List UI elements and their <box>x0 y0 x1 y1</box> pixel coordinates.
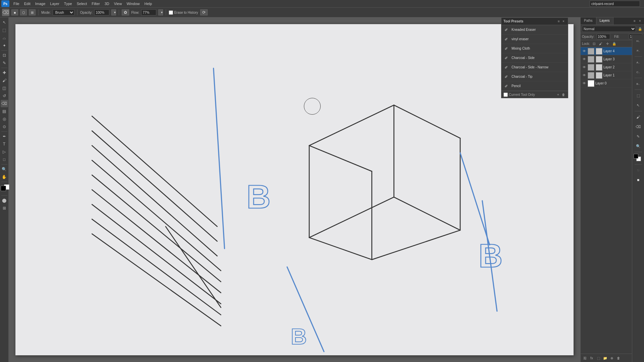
delete-layer-btn[interactable]: 🗑 <box>615 355 622 361</box>
flow-arrow[interactable]: ▼ <box>158 9 163 15</box>
preset-item-charcoal-side[interactable]: ✏ Charcoal - Side <box>501 53 568 63</box>
select-tool-right[interactable]: ⬚ <box>634 91 643 100</box>
brush-extra-btn[interactable]: ⟳ <box>200 9 208 15</box>
flow-input[interactable]: 77% <box>141 9 156 15</box>
preset-item-pencil[interactable]: ✏ Pencil <box>501 81 568 91</box>
layer-visibility-eye[interactable]: 👁 <box>582 65 587 70</box>
lasso-tool[interactable]: ⌓ <box>1 34 8 42</box>
panel-menu-btn[interactable]: ≡ <box>632 18 637 24</box>
color-panel-btn[interactable]: C.. <box>634 67 643 77</box>
path-tool[interactable]: ▷ <box>1 148 8 156</box>
delete-preset-btn[interactable]: 🗑 <box>561 92 566 97</box>
record-input[interactable]: ctrlpaint-record <box>590 1 640 7</box>
erase-to-history-checkbox[interactable] <box>169 10 173 15</box>
menu-edit[interactable]: Edit <box>22 1 33 6</box>
histogram-panel-btn[interactable]: H.. <box>634 36 643 46</box>
clone-tool[interactable]: ◫ <box>1 84 8 92</box>
heal-tool[interactable]: ✚ <box>1 69 8 76</box>
canvas[interactable]: B <box>15 24 574 355</box>
menu-layer[interactable]: Layer <box>48 1 61 6</box>
menu-window[interactable]: Window <box>124 1 142 6</box>
new-preset-btn[interactable]: + <box>556 92 560 97</box>
hand-tool[interactable]: ✋ <box>1 173 8 181</box>
brush-tool-right[interactable]: 🖌 <box>634 112 643 122</box>
layer-mask-thumbnail <box>596 64 602 71</box>
svg-line-10 <box>213 68 224 249</box>
eraser-tool-right[interactable]: ⌫ <box>634 122 643 131</box>
brush-size-btn[interactable]: ■ <box>11 9 18 15</box>
tab-paths[interactable]: Paths <box>581 17 596 24</box>
brush-toggle-btn[interactable]: ⊞ <box>29 9 36 15</box>
menu-filter[interactable]: Filter <box>90 1 102 6</box>
layer-visibility-eye[interactable]: 👁 <box>582 49 587 54</box>
lock-btn[interactable]: 🔒 <box>637 26 643 32</box>
mode-select[interactable]: Brush Pencil Block <box>53 9 74 15</box>
eyedropper-right[interactable]: ✎ <box>634 132 643 141</box>
erase-to-history-label[interactable]: Erase to History <box>169 10 198 15</box>
menu-3d[interactable]: 3D <box>103 1 111 6</box>
tab-layers[interactable]: Layers <box>596 17 613 24</box>
menu-view[interactable]: View <box>112 1 124 6</box>
menu-select[interactable]: Select <box>75 1 89 6</box>
blend-mode-select[interactable]: Normal <box>582 26 636 32</box>
new-group-btn[interactable]: 📁 <box>602 355 608 361</box>
foreground-color-btn[interactable]: ◾ <box>634 166 643 175</box>
eraser-tool[interactable]: ⌫ <box>1 100 8 107</box>
tool-presets-close-btn[interactable]: × <box>561 19 566 24</box>
brush-tool[interactable]: 🖌 <box>1 77 8 84</box>
svg-text:B: B <box>247 178 270 215</box>
preset-icon: ✏ <box>502 72 511 81</box>
preset-item-charcoal-side-narrow[interactable]: ✏ Charcoal - Side - Narrow <box>501 63 568 72</box>
layer-mask-btn[interactable]: ⬚ <box>595 355 601 361</box>
preset-item-kneaded-eraser[interactable]: ✏ Kneaded Eraser <box>501 25 568 35</box>
opacity-input[interactable]: 100% <box>94 9 109 15</box>
marquee-tool[interactable]: ⬚ <box>1 26 8 34</box>
background-color-btn[interactable]: ◽ <box>634 175 643 185</box>
lock-transparent-btn[interactable]: ⊡ <box>591 41 597 46</box>
properties-panel-btn[interactable]: P.. <box>634 46 643 55</box>
current-tool-only-checkbox[interactable] <box>503 93 508 97</box>
opacity-row-input[interactable]: 100% <box>597 34 610 39</box>
zoom-right[interactable]: 🔍 <box>634 141 643 151</box>
gradient-tool[interactable]: ▤ <box>1 108 8 115</box>
airbrush-btn[interactable]: ✿ <box>122 9 129 15</box>
layer-visibility-eye[interactable]: 👁 <box>582 73 587 78</box>
layer-visibility-eye[interactable]: 👁 <box>582 57 587 62</box>
layer-style-btn[interactable]: fx <box>589 355 595 361</box>
screen-mode-btn[interactable]: ⊞ <box>1 204 8 212</box>
menu-file[interactable]: File <box>11 1 21 6</box>
pen-tool[interactable]: ✒ <box>1 133 8 140</box>
adjustment-layer-btn[interactable]: ⊕ <box>609 355 615 361</box>
preset-item-charcoal-tip[interactable]: ✏ Charcoal - Tip <box>501 72 568 81</box>
quick-mask-btn[interactable]: ⬤ <box>1 197 8 204</box>
adjustments-panel-btn[interactable]: A.. <box>634 58 643 67</box>
current-tool-only-label[interactable]: Current Tool Only <box>503 93 535 97</box>
menu-image[interactable]: Image <box>33 1 48 6</box>
move-tool-right[interactable]: ↖ <box>634 101 643 110</box>
blur-tool[interactable]: ◎ <box>1 115 8 123</box>
menu-type[interactable]: Type <box>62 1 74 6</box>
crop-tool[interactable]: ⊡ <box>1 52 8 59</box>
eraser-tool-icon[interactable]: ⌫ <box>2 9 9 16</box>
magic-wand-tool[interactable]: ✦ <box>1 42 8 49</box>
move-tool[interactable]: ↖ <box>1 19 8 26</box>
link-layers-btn[interactable]: ⛓ <box>582 355 588 361</box>
layer-visibility-eye[interactable]: 👁 <box>582 81 587 86</box>
type-tool[interactable]: T <box>1 140 8 148</box>
shape-tool[interactable]: □ <box>1 156 8 163</box>
opacity-arrow[interactable]: ▼ <box>111 9 116 15</box>
lock-all-btn[interactable]: 🔒 <box>611 41 617 46</box>
zoom-tool[interactable]: 🔍 <box>1 166 8 173</box>
tool-presets-menu-btn[interactable]: ≡ <box>556 19 561 24</box>
panel-close-btn[interactable]: × <box>637 18 643 24</box>
dodge-tool[interactable]: ⊙ <box>1 123 8 130</box>
history-brush-tool[interactable]: ↺ <box>1 92 8 100</box>
lock-position-btn[interactable]: ✛ <box>605 41 610 46</box>
preset-item-vinyl-eraser[interactable]: ✏ vinyl eraser <box>501 35 568 44</box>
lock-paint-btn[interactable]: 🖌 <box>598 41 603 46</box>
menu-help[interactable]: Help <box>143 1 154 6</box>
preset-item-mixing-cloth[interactable]: ✏ Mixing Cloth <box>501 44 568 53</box>
brush-preset-btn[interactable]: ⬡ <box>20 9 27 15</box>
eyedropper-tool[interactable]: ✎ <box>1 59 8 67</box>
brushes-panel-btn[interactable]: B.. <box>634 79 643 88</box>
